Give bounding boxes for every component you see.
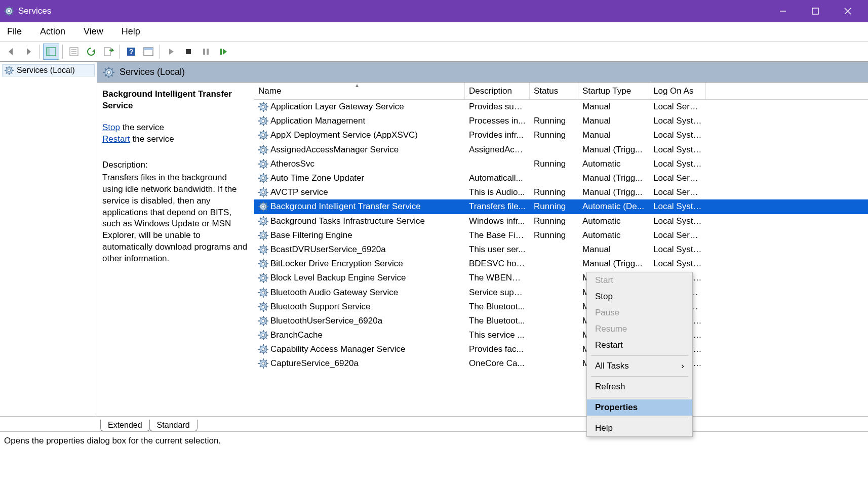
svg-rect-24: [144, 48, 153, 50]
service-row[interactable]: Auto Time Zone UpdaterAutomaticall...Man…: [254, 171, 868, 185]
service-status-cell: Running: [530, 187, 578, 197]
service-startup-cell: Manual: [578, 245, 649, 255]
service-status-cell: Running: [530, 159, 578, 169]
service-row[interactable]: AtherosSvcRunningAutomaticLocal System: [254, 157, 868, 171]
column-startup-type[interactable]: Startup Type: [578, 83, 649, 99]
selected-service-name: Background Intelligent Transfer Service: [102, 89, 249, 112]
service-row[interactable]: Capability Access Manager ServiceProvide…: [254, 342, 868, 356]
service-row[interactable]: CaptureService_6920aOneCore Ca...ManualL…: [254, 356, 868, 371]
status-text: Opens the properties dialog box for the …: [4, 436, 221, 446]
help-button[interactable]: ?: [123, 44, 139, 60]
menu-file[interactable]: File: [4, 24, 25, 39]
service-list: Name▴ Description Status Startup Type Lo…: [254, 83, 868, 416]
service-row[interactable]: Background Tasks Infrastructure ServiceW…: [254, 214, 868, 228]
service-startup-cell: Manual: [578, 130, 649, 140]
service-row[interactable]: BitLocker Drive Encryption ServiceBDESVC…: [254, 257, 868, 271]
service-row[interactable]: Application Layer Gateway ServiceProvide…: [254, 100, 868, 114]
tree-item-services-local[interactable]: Services (Local): [2, 64, 95, 76]
service-name-cell: AppX Deployment Service (AppXSVC): [270, 130, 418, 140]
close-button[interactable]: [832, 0, 864, 22]
column-name[interactable]: Name▴: [254, 83, 465, 99]
service-name-cell: BluetoothUserService_6920a: [270, 316, 382, 326]
ctx-restart[interactable]: Restart: [587, 337, 692, 353]
service-logon-cell: Local System: [649, 116, 706, 126]
menu-action[interactable]: Action: [37, 24, 68, 39]
service-row[interactable]: cbdhsvc_6920aThis user ser...ManualLocal…: [254, 371, 868, 373]
service-name-cell: CaptureService_6920a: [270, 358, 359, 369]
tab-extended[interactable]: Extended: [100, 420, 150, 431]
start-service-button[interactable]: [163, 44, 179, 60]
export-button[interactable]: [100, 44, 116, 60]
service-desc-cell: This user ser...: [465, 245, 530, 255]
service-logon-cell: Local System: [649, 130, 706, 140]
ctx-refresh[interactable]: Refresh: [587, 379, 692, 395]
service-row[interactable]: AssignedAccessManager ServiceAssignedAcc…: [254, 143, 868, 157]
service-row[interactable]: AVCTP serviceThis is Audio...RunningManu…: [254, 185, 868, 199]
back-button[interactable]: [3, 44, 19, 60]
svg-rect-20: [104, 48, 110, 56]
stop-link[interactable]: Stop: [102, 123, 120, 132]
service-name-cell: Base Filtering Engine: [270, 230, 352, 240]
service-desc-cell: BDESVC host...: [465, 259, 530, 269]
pane-header: Services (Local): [97, 62, 868, 83]
description-label: Description:: [102, 159, 249, 171]
restart-service-button[interactable]: [215, 44, 231, 60]
menu-help[interactable]: Help: [119, 24, 143, 39]
svg-rect-27: [207, 49, 209, 55]
pane-title: Services (Local): [120, 67, 185, 77]
service-startup-cell: Manual (Trigg...: [578, 187, 649, 197]
service-row[interactable]: BcastDVRUserService_6920aThis user ser..…: [254, 242, 868, 257]
maximize-button[interactable]: [799, 0, 832, 22]
context-menu: Start Stop Pause Resume Restart All Task…: [586, 272, 693, 437]
minimize-button[interactable]: [767, 0, 799, 22]
properties-button[interactable]: [66, 44, 82, 60]
service-startup-cell: Automatic: [578, 159, 649, 169]
service-row[interactable]: Application ManagementProcesses in...Run…: [254, 114, 868, 128]
ctx-help[interactable]: Help: [587, 420, 692, 436]
show-hide-tree-button[interactable]: [43, 44, 59, 60]
service-row[interactable]: Bluetooth Audio Gateway ServiceService s…: [254, 285, 868, 299]
service-name-cell: Capability Access Manager Service: [270, 344, 405, 354]
service-row[interactable]: AppX Deployment Service (AppXSVC)Provide…: [254, 128, 868, 142]
service-desc-cell: AssignedAcc...: [465, 145, 530, 155]
service-row[interactable]: Block Level Backup Engine ServiceThe WBE…: [254, 271, 868, 285]
ctx-stop[interactable]: Stop: [587, 289, 692, 305]
service-name-cell: Application Management: [270, 116, 365, 126]
column-description[interactable]: Description: [465, 83, 530, 99]
service-status-cell: Running: [530, 230, 578, 240]
tab-standard[interactable]: Standard: [149, 420, 198, 431]
service-name-cell: Auto Time Zone Updater: [270, 173, 364, 183]
tab-strip: Extended Standard: [0, 416, 868, 431]
toolbar: ?: [0, 42, 868, 62]
service-startup-cell: Manual (Trigg...: [578, 173, 649, 183]
service-row[interactable]: Background Intelligent Transfer ServiceT…: [254, 199, 868, 214]
ctx-all-tasks[interactable]: All Tasks›: [587, 358, 692, 374]
service-desc-cell: Service supp...: [465, 288, 530, 298]
forward-button[interactable]: [20, 44, 36, 60]
service-desc-cell: Transfers file...: [465, 201, 530, 212]
restart-link[interactable]: Restart: [102, 134, 130, 144]
menu-view[interactable]: View: [81, 24, 106, 39]
service-desc-cell: Provides fac...: [465, 344, 530, 354]
service-row[interactable]: Bluetooth Support ServiceThe Bluetoot...…: [254, 300, 868, 314]
column-headers: Name▴ Description Status Startup Type Lo…: [254, 83, 868, 100]
console-tree-button[interactable]: [140, 44, 156, 60]
service-status-cell: Running: [530, 201, 578, 212]
service-name-cell: AtherosSvc: [270, 159, 314, 169]
stop-service-button[interactable]: [180, 44, 196, 60]
refresh-button[interactable]: [83, 44, 99, 60]
service-desc-cell: The WBENGI...: [465, 273, 530, 283]
ctx-properties[interactable]: Properties: [587, 399, 692, 416]
service-startup-cell: Manual (Trigg...: [578, 145, 649, 155]
service-startup-cell: Manual: [578, 116, 649, 126]
pause-service-button[interactable]: [198, 44, 214, 60]
column-status[interactable]: Status: [530, 83, 578, 99]
service-desc-cell: The Bluetoot...: [465, 302, 530, 312]
service-row[interactable]: Base Filtering EngineThe Base Filt...Run…: [254, 228, 868, 242]
service-row[interactable]: BluetoothUserService_6920aThe Bluetoot..…: [254, 314, 868, 328]
service-row[interactable]: BranchCacheThis service ...ManualNetwork…: [254, 328, 868, 342]
service-logon-cell: Local System: [649, 145, 706, 155]
service-name-cell: Background Intelligent Transfer Service: [270, 201, 421, 212]
list-rows[interactable]: Application Layer Gateway ServiceProvide…: [254, 100, 868, 373]
column-log-on-as[interactable]: Log On As: [649, 83, 706, 99]
